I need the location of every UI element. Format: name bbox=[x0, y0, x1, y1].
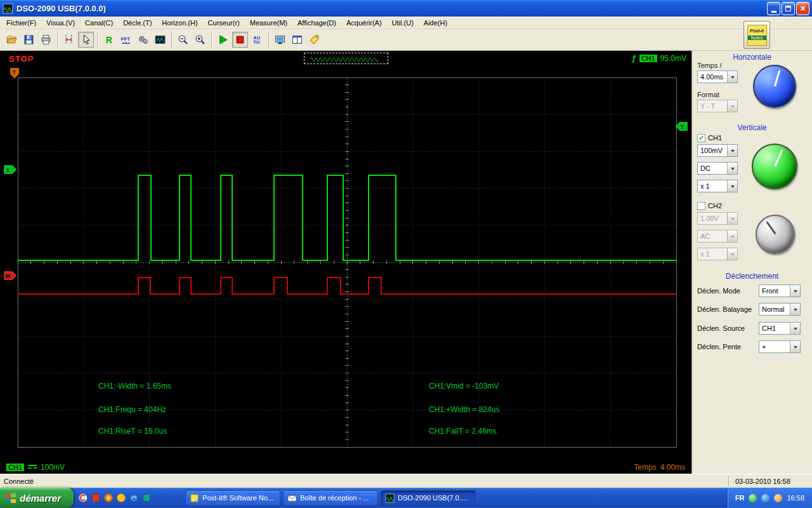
postit-notes-text: Notes bbox=[748, 36, 766, 40]
quicklaunch-shortcut-4[interactable] bbox=[115, 492, 127, 504]
trigger-mode-select[interactable]: Front bbox=[759, 284, 801, 297]
meas-plus-width: CH1:+Width = 824us bbox=[429, 405, 499, 414]
autoset-button[interactable]: AUTO bbox=[249, 32, 265, 48]
ch2-checkbox[interactable] bbox=[697, 202, 705, 210]
zoom-out-button[interactable] bbox=[175, 32, 191, 48]
math-level-marker[interactable]: M bbox=[4, 271, 16, 280]
toolbar: R FFT AUTO bbox=[0, 29, 812, 51]
menu-visua[interactable]: Visua.(V) bbox=[41, 17, 80, 29]
measurement-readouts: CH1:-Width = 1.65ms CH1:Frequ = 404Hz CH… bbox=[98, 382, 499, 436]
vertical-section-title: Verticale bbox=[692, 123, 812, 132]
horizontal-position-knob[interactable] bbox=[753, 65, 796, 108]
display-window-button[interactable] bbox=[272, 32, 288, 48]
menu-fichier[interactable]: Fichier(F) bbox=[1, 17, 41, 29]
menu-decle[interactable]: Décle.(T) bbox=[118, 17, 157, 29]
tray-icon-2[interactable] bbox=[761, 494, 769, 502]
menu-measure[interactable]: Measure(M) bbox=[245, 17, 292, 29]
svg-text:R: R bbox=[106, 35, 112, 45]
label-button[interactable] bbox=[306, 32, 322, 48]
quicklaunch-shortcut-6[interactable] bbox=[141, 492, 152, 504]
menu-util[interactable]: Util.(U) bbox=[387, 17, 419, 29]
trigger-level-marker[interactable]: T bbox=[675, 122, 688, 131]
fft-icon: FFT bbox=[121, 34, 131, 45]
acquire-settings-button[interactable] bbox=[135, 32, 151, 48]
quick-launch-bar bbox=[74, 488, 156, 508]
taskbar-task-postit[interactable]: Post-it® Software No... bbox=[185, 490, 280, 506]
capture-preview[interactable] bbox=[304, 53, 388, 64]
menu-aide[interactable]: Aide(H) bbox=[419, 17, 452, 29]
svg-text:FFT: FFT bbox=[121, 36, 131, 42]
r-icon: R bbox=[103, 34, 114, 45]
ch1-level-marker[interactable]: 1 bbox=[4, 165, 16, 174]
ch1-checkbox-label: CH1 bbox=[708, 134, 722, 142]
trigger-level-value: 95.0mV bbox=[660, 54, 686, 63]
pointer-tool-button[interactable] bbox=[78, 32, 94, 48]
taskbar-task-inbox[interactable]: Boîte de réception - ... bbox=[283, 490, 378, 506]
trigger-slope-select[interactable]: + bbox=[759, 340, 801, 353]
system-tray: FR 16:58 bbox=[727, 488, 812, 508]
control-panel: Horizontale Temps / 4.00ms Format Y - T … bbox=[691, 51, 812, 474]
toolbar-separator bbox=[268, 33, 269, 47]
quicklaunch-shortcut-2[interactable] bbox=[90, 492, 102, 504]
taskbar: démarrer Post-it® Software No... Boîte d… bbox=[0, 488, 812, 508]
toolbar-separator bbox=[97, 33, 98, 47]
postit-notes-button[interactable]: Post-it Notes bbox=[743, 21, 770, 49]
meas-vmid: CH1:Vmid = -103mV bbox=[429, 382, 499, 391]
quicklaunch-shortcut-1[interactable] bbox=[77, 492, 89, 504]
refresh-button[interactable]: R bbox=[101, 32, 117, 48]
scope-status-strip: STOP ƒ CH1 95.0mV bbox=[0, 51, 691, 66]
print-button[interactable] bbox=[38, 32, 54, 48]
svg-text:TO: TO bbox=[253, 39, 259, 45]
meas-rise-time: CH1:RiseT = 16.0us bbox=[98, 427, 167, 436]
ch1-coupling-select[interactable]: DC bbox=[697, 162, 738, 175]
menu-curseur[interactable]: Curseur(r) bbox=[203, 17, 245, 29]
gears-icon bbox=[138, 34, 148, 45]
tray-icon-1[interactable] bbox=[749, 494, 757, 502]
menu-acquerir[interactable]: Acquérir(A) bbox=[341, 17, 387, 29]
trigger-time-marker[interactable]: T bbox=[10, 68, 19, 78]
trigger-mode-label: Déclen. Mode bbox=[697, 287, 740, 295]
minimize-button[interactable] bbox=[767, 2, 780, 15]
language-indicator[interactable]: FR bbox=[735, 494, 745, 502]
start-button[interactable]: démarrer bbox=[0, 488, 74, 508]
maximize-button[interactable] bbox=[782, 2, 795, 15]
close-button[interactable] bbox=[796, 2, 809, 15]
ch1-position-knob[interactable] bbox=[752, 144, 797, 189]
chevron-down-icon bbox=[727, 145, 737, 156]
menu-canal[interactable]: Canal(C) bbox=[80, 17, 118, 29]
main-area: STOP ƒ CH1 95.0mV T bbox=[0, 51, 812, 474]
stop-acquisition-button[interactable] bbox=[232, 32, 248, 48]
waveform-display-button[interactable] bbox=[152, 32, 168, 48]
quicklaunch-shortcut-5[interactable] bbox=[128, 492, 140, 504]
split-window-button[interactable] bbox=[289, 32, 305, 48]
statusbar-datetime: 03-03-2010 16:58 bbox=[728, 476, 812, 487]
acquisition-status: STOP bbox=[9, 54, 34, 64]
timebase-select[interactable]: 4.00ms bbox=[697, 70, 738, 83]
quicklaunch-shortcut-3[interactable] bbox=[103, 492, 114, 504]
trigger-source-select[interactable]: CH1 bbox=[759, 322, 801, 335]
ch1-checkbox[interactable] bbox=[697, 134, 705, 142]
zoom-in-button[interactable] bbox=[192, 32, 208, 48]
ch1-probe-select[interactable]: x 1 bbox=[697, 180, 738, 192]
chevron-down-icon bbox=[790, 323, 800, 334]
start-acquisition-button[interactable] bbox=[215, 32, 231, 48]
app-icon[interactable] bbox=[3, 3, 13, 14]
save-button[interactable] bbox=[21, 32, 37, 48]
ch2-position-knob[interactable] bbox=[756, 215, 795, 254]
meas-frequency: CH1:Frequ = 404Hz bbox=[98, 405, 166, 414]
ch2-probe-select: x 1 bbox=[697, 248, 738, 260]
open-button[interactable] bbox=[4, 32, 20, 48]
cursor-measure-button[interactable] bbox=[61, 32, 77, 48]
taskbar-task-dso[interactable]: DSO-2090 USB(7.0.0.0) bbox=[381, 490, 476, 506]
fft-button[interactable]: FFT bbox=[118, 32, 134, 48]
menu-horizon[interactable]: Horizon.(H) bbox=[157, 17, 202, 29]
toolbar-separator bbox=[171, 33, 172, 47]
scope-column: STOP ƒ CH1 95.0mV T bbox=[0, 51, 691, 474]
trigger-sweep-select[interactable]: Normal bbox=[759, 303, 801, 316]
timebase-select-label: Temps / bbox=[697, 62, 722, 69]
tray-icon-3[interactable] bbox=[774, 494, 782, 502]
chevron-down-icon bbox=[727, 213, 737, 224]
menu-affichage[interactable]: Affichage(D) bbox=[292, 17, 341, 29]
ch1-volts-select[interactable]: 100mV bbox=[697, 144, 738, 157]
svg-text:1: 1 bbox=[6, 167, 10, 173]
